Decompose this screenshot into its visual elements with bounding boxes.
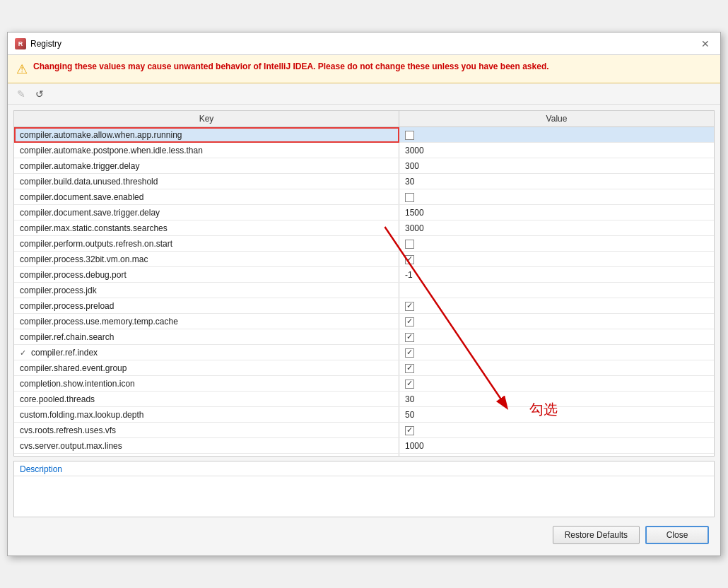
warning-text: Changing these values may cause unwanted…: [33, 61, 549, 73]
key-cell: compiler.process.jdk: [14, 283, 399, 298]
registry-dialog: R Registry ✕ ⚠ Changing these values may…: [7, 32, 721, 556]
value-cell: 30: [399, 174, 715, 189]
key-cell: compiler.perform.outputs.refresh.on.star…: [14, 236, 399, 252]
key-cell: compiler.process.use.memory.temp.cache: [14, 314, 399, 329]
value-cell: [399, 252, 715, 267]
table-row[interactable]: compiler.document.save.enabled: [14, 189, 714, 205]
table-row[interactable]: compiler.max.static.constants.searches30…: [14, 220, 714, 236]
table-row[interactable]: compiler.automake.trigger.delay300: [14, 158, 714, 174]
value-cell: 1000: [399, 438, 715, 454]
key-cell: completion.show.intention.icon: [14, 376, 399, 392]
value-cell: [399, 283, 715, 298]
checkbox[interactable]: [405, 364, 414, 373]
restore-defaults-button[interactable]: Restore Defaults: [553, 526, 640, 544]
revert-button[interactable]: ↺: [32, 86, 47, 102]
table-row[interactable]: compiler.process.32bit.vm.on.mac: [14, 252, 714, 267]
value-cell: 30: [399, 392, 715, 407]
value-cell: [399, 345, 715, 360]
key-column-header: Key: [14, 111, 399, 127]
registry-table-container[interactable]: Key Value compiler.automake.allow.when.a…: [13, 110, 715, 457]
key-cell: core.pooled.threads: [14, 392, 399, 407]
table-row[interactable]: custom.folding.max.lookup.depth50: [14, 407, 714, 423]
value-cell: 3000: [399, 143, 715, 158]
value-cell: [399, 127, 715, 143]
table-row[interactable]: compiler.process.preload: [14, 298, 714, 314]
warning-icon: ⚠: [16, 61, 28, 77]
buttons-row: Restore Defaults Close: [13, 522, 715, 550]
table-row[interactable]: compiler.process.use.memory.temp.cache: [14, 314, 714, 329]
table-row[interactable]: compiler.ref.chain.search: [14, 329, 714, 345]
key-cell: compiler.ref.chain.search: [14, 329, 399, 345]
checkbox[interactable]: [405, 426, 414, 435]
key-cell: cvs.roots.refresh.uses.vfs: [14, 423, 399, 438]
toolbar: ✎ ↺: [8, 83, 720, 105]
content-area: Key Value compiler.automake.allow.when.a…: [8, 105, 720, 555]
table-row[interactable]: compiler.build.data.unused.threshold30: [14, 174, 714, 189]
table-row[interactable]: compiler.perform.outputs.refresh.on.star…: [14, 236, 714, 252]
table-row[interactable]: darcula.fix.maximized.frame.bounds: [14, 454, 714, 457]
value-cell: [399, 189, 715, 205]
value-cell: -1: [399, 267, 715, 283]
close-button[interactable]: Close: [645, 526, 709, 544]
table-row[interactable]: compiler.process.debug.port-1: [14, 267, 714, 283]
checkbox[interactable]: [405, 348, 414, 358]
value-cell: 50: [399, 407, 715, 423]
table-row[interactable]: cvs.roots.refresh.uses.vfs: [14, 423, 714, 438]
key-cell: compiler.automake.postpone.when.idle.les…: [14, 143, 399, 158]
table-row[interactable]: cvs.server.output.max.lines1000: [14, 438, 714, 454]
checkbox[interactable]: [405, 193, 414, 202]
key-cell: compiler.build.data.unused.threshold: [14, 174, 399, 189]
key-cell: ✓ compiler.ref.index: [14, 345, 399, 360]
close-window-button[interactable]: ✕: [698, 36, 713, 52]
edit-button[interactable]: ✎: [13, 86, 29, 102]
checkbox[interactable]: [405, 317, 414, 327]
edit-icon: ✎: [17, 88, 25, 100]
value-cell: [399, 360, 715, 376]
table-row[interactable]: compiler.automake.postpone.when.idle.les…: [14, 143, 714, 158]
value-cell: 3000: [399, 220, 715, 236]
table-row[interactable]: compiler.shared.event.group: [14, 360, 714, 376]
key-cell: compiler.process.32bit.vm.on.mac: [14, 252, 399, 267]
key-cell: darcula.fix.maximized.frame.bounds: [14, 454, 399, 457]
table-row[interactable]: compiler.document.save.trigger.delay1500: [14, 205, 714, 220]
table-row[interactable]: core.pooled.threads30: [14, 392, 714, 407]
value-cell: [399, 329, 715, 345]
key-cell: cvs.server.output.max.lines: [14, 438, 399, 454]
warning-bar: ⚠ Changing these values may cause unwant…: [8, 55, 720, 83]
key-cell: compiler.process.debug.port: [14, 267, 399, 283]
description-section: Description: [13, 461, 715, 517]
key-cell: compiler.document.save.enabled: [14, 189, 399, 205]
dialog-title: Registry: [30, 39, 61, 49]
checkbox[interactable]: [405, 333, 414, 342]
key-cell: compiler.max.static.constants.searches: [14, 220, 399, 236]
value-cell: [399, 298, 715, 314]
key-cell: compiler.document.save.trigger.delay: [14, 205, 399, 220]
value-cell: [399, 376, 715, 392]
table-wrapper: Key Value compiler.automake.allow.when.a…: [13, 110, 715, 457]
table-row[interactable]: compiler.automake.allow.when.app.running: [14, 127, 714, 143]
key-cell: compiler.process.preload: [14, 298, 399, 314]
value-cell: [399, 423, 715, 438]
table-row[interactable]: ✓ compiler.ref.index: [14, 345, 714, 360]
title-bar-left: R Registry: [15, 38, 61, 49]
value-cell: 1500: [399, 205, 715, 220]
value-cell: [399, 314, 715, 329]
key-cell: custom.folding.max.lookup.depth: [14, 407, 399, 423]
value-cell: [399, 236, 715, 252]
value-cell: [399, 454, 715, 457]
key-cell: compiler.automake.allow.when.app.running: [14, 127, 399, 143]
checkbox[interactable]: [405, 131, 414, 140]
key-cell: compiler.shared.event.group: [14, 360, 399, 376]
table-row[interactable]: compiler.process.jdk: [14, 283, 714, 298]
title-bar: R Registry ✕: [8, 33, 720, 55]
value-cell: 300: [399, 158, 715, 174]
checkbox[interactable]: [405, 240, 414, 249]
table-row[interactable]: completion.show.intention.icon: [14, 376, 714, 392]
app-icon: R: [15, 38, 26, 49]
description-content: [14, 476, 714, 485]
checkbox[interactable]: [405, 380, 414, 389]
revert-icon: ↺: [35, 88, 44, 100]
checkbox[interactable]: [405, 302, 414, 311]
key-cell: compiler.automake.trigger.delay: [14, 158, 399, 174]
checkbox[interactable]: [405, 255, 414, 264]
